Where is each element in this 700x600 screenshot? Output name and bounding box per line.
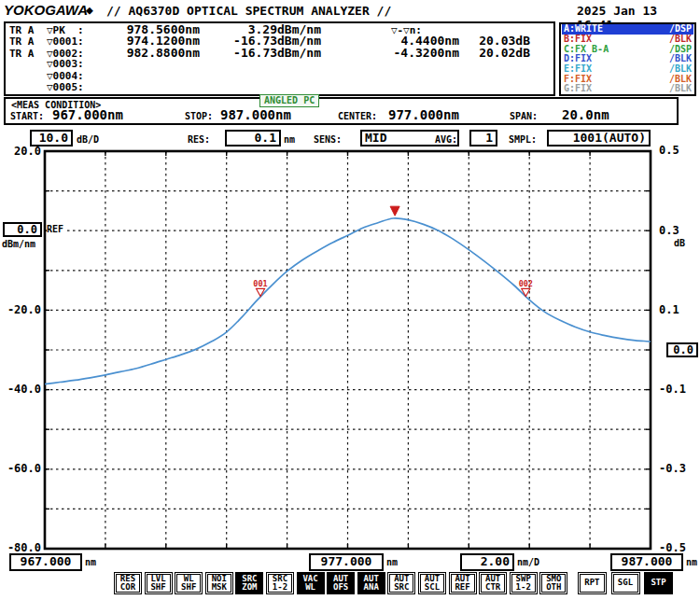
trace-mode: /BLK — [669, 35, 692, 45]
right-axis-tick: 0.1 — [659, 304, 698, 315]
res-unit: nm — [284, 134, 295, 145]
trace-mode: /BLK — [669, 64, 692, 75]
center-wavelength-box[interactable]: 977.000 — [309, 553, 384, 571]
ref-level-box[interactable]: 0.0 — [3, 222, 42, 237]
right-axis-tick: -0.1 — [659, 384, 698, 395]
fkey-src-1-2[interactable]: SRC1-2 — [266, 572, 294, 594]
right-zero-box[interactable]: 0.0 — [666, 342, 698, 357]
trace-panel: A:WRITE /DSP B:FIX /BLK C:FX B-A /DSP D:… — [559, 22, 696, 96]
start-label: START: — [10, 111, 44, 121]
right-axis-unit: dB — [674, 238, 685, 248]
brand-logo: YOKOGAWA — [4, 2, 88, 18]
fkey-smo-oth[interactable]: SMOOTH — [539, 572, 567, 594]
fkey-src-zom[interactable]: SRCZOM — [235, 572, 263, 594]
marker-name: ▽0005: — [47, 82, 103, 93]
marker-row-0004: ▽0004: — [6, 71, 553, 82]
marker-name: ▽0003: — [47, 59, 103, 70]
trace-id: TR A — [6, 49, 47, 60]
spectrum-plot-svg: 001002 — [0, 145, 700, 574]
start-wavelength-unit: nm — [85, 557, 96, 567]
fkey-vac-wl[interactable]: VACWL — [297, 572, 325, 594]
right-axis-tick: -0.5 — [659, 542, 698, 553]
fkey-noi-msk[interactable]: NOIMSK — [205, 572, 233, 594]
trace-label: E:FIX — [564, 64, 592, 75]
fkey-rpt[interactable]: RPT — [578, 572, 607, 594]
function-key-row: RESCOR LVLSHF WLSHF NOIMSK SRCZOM SRC1-2… — [114, 572, 673, 594]
left-axis-tick: -20.0 — [2, 304, 41, 315]
marker-db: 20.02dB — [459, 48, 530, 59]
res-label: RES: — [188, 134, 210, 145]
trace-row-e[interactable]: E:FIX /BLK — [562, 64, 693, 75]
fkey-aut-ref[interactable]: AUTREF — [449, 572, 477, 594]
left-axis-tick: -40.0 — [2, 384, 41, 395]
fkey-aut-ana[interactable]: AUTANA — [357, 572, 385, 594]
trace-mode: /BLK — [669, 84, 692, 94]
left-axis-unit: dBm/nm — [2, 239, 35, 249]
marker-delta: -4.3200nm — [321, 48, 459, 59]
fkey-aut-src[interactable]: AUTSRC — [387, 572, 415, 594]
trace-id: TR A — [6, 36, 47, 48]
center-label: CENTER: — [338, 111, 377, 121]
marker-level: -16.73dBm/nm — [200, 48, 321, 59]
fkey-wl-shf[interactable]: WLSHF — [175, 572, 203, 594]
scale-per-div-unit: nm/D — [517, 557, 539, 567]
trace-label: G:FIX — [564, 84, 592, 94]
brand-diamond-icon: ◆ — [86, 3, 93, 17]
right-axis-tick: 0.3 — [659, 225, 698, 236]
span-value[interactable]: 20.0nm — [562, 107, 609, 122]
angled-pc-badge: ANGLED PC — [259, 94, 319, 107]
center-value[interactable]: 977.000nm — [388, 107, 459, 122]
right-axis-tick: -0.3 — [659, 463, 698, 474]
marker-table: TR A ▽PK : 978.5600nm 3.29dBm/nm ▽-▽n: T… — [4, 21, 555, 96]
span-label: SPAN: — [510, 111, 538, 121]
left-axis-tick: -80.0 — [2, 542, 41, 553]
trace-row-g[interactable]: G:FIX /BLK — [562, 84, 693, 94]
scale-per-div-box[interactable]: 2.00 — [460, 553, 514, 571]
stop-wavelength-box[interactable]: 987.000 — [610, 553, 683, 571]
fkey-sgl[interactable]: SGL — [611, 572, 640, 594]
marker-row-0002: TR A ▽0002: 982.8800nm -16.73dBm/nm -4.3… — [6, 48, 553, 59]
left-axis-tick: 20.0 — [2, 146, 41, 157]
level-scale-unit: dB/D — [77, 134, 99, 145]
avg-label: AVG: — [435, 134, 457, 145]
fkey-aut-ofs[interactable]: AUTOFS — [327, 572, 355, 594]
center-wavelength-unit: nm — [386, 557, 398, 567]
page-title: // AQ6370D OPTICAL SPECTRUM ANALYZER // — [106, 4, 391, 18]
title-bar: YOKOGAWA ◆ // AQ6370D OPTICAL SPECTRUM A… — [0, 0, 700, 20]
osa-screen: { "header": { "brand": "YOKOGAWA", "logo… — [0, 0, 700, 600]
stop-label: STOP: — [185, 111, 213, 121]
fkey-aut-scl[interactable]: AUTSCL — [418, 572, 446, 594]
start-wavelength-box[interactable]: 967.000 — [9, 553, 82, 571]
fkey-lvl-shf[interactable]: LVLSHF — [145, 572, 173, 594]
sens-label: SENS: — [314, 134, 342, 145]
start-value[interactable]: 967.000nm — [52, 107, 123, 122]
right-axis-tick: 0.5 — [659, 145, 698, 156]
marker-row-0003: ▽0003: — [6, 59, 553, 70]
stop-wavelength-unit: nm — [686, 557, 697, 567]
smpl-label: SMPL: — [509, 134, 537, 145]
svg-text:002: 002 — [519, 279, 533, 288]
trace-row-b[interactable]: B:FIX /BLK — [562, 35, 693, 45]
svg-text:001: 001 — [253, 279, 267, 288]
fkey-aut-ctr[interactable]: AUTCTR — [479, 572, 507, 594]
left-axis-tick: -60.0 — [2, 463, 41, 474]
fkey-swp-1-2[interactable]: SWP1-2 — [510, 572, 538, 594]
marker-name: ▽0001: — [47, 36, 103, 48]
ref-line-label: REF — [47, 224, 64, 234]
spectrum-plot: 001002 — [0, 145, 700, 574]
fkey-stp[interactable]: STP — [644, 572, 673, 594]
fkey-res-cor[interactable]: RESCOR — [114, 572, 142, 594]
stop-value[interactable]: 987.000nm — [220, 107, 291, 122]
trace-label: B:FIX — [564, 35, 592, 45]
meas-condition-panel: <MEAS CONDITION> ANGLED PC START: 967.00… — [4, 97, 679, 125]
marker-row-0005: ▽0005: — [6, 82, 553, 93]
marker-wavelength: 982.8800nm — [103, 48, 200, 59]
